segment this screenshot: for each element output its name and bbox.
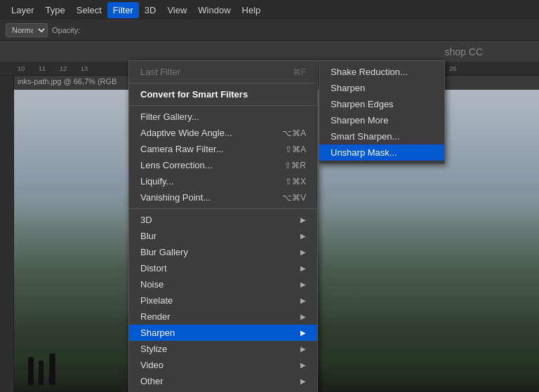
document-label: inks-path.jpg @ 66,7% (RGB [18,77,117,86]
ruler-ticks: 10 11 12 13 20 21 22 23 24 25 26 [0,62,14,75]
sharpen-submenu: Shake Reduction... Sharpen Sharpen Edges… [319,60,445,164]
menu-item-liquify[interactable]: Liquify... ⇧⌘X [129,173,317,189]
ps-title: shop CC [445,46,483,58]
blend-mode-select[interactable]: Normal [6,23,48,37]
submenu-item-sharpen[interactable]: Sharpen [319,80,444,96]
menubar: Layer Type Select Filter 3D View Window … [0,0,539,20]
menu-separator-1 [129,83,317,83]
submenu-item-smart-sharpen[interactable]: Smart Sharpen... [319,128,444,144]
opacity-label: Opacity: [52,26,80,34]
menu-item-stylize[interactable]: Stylize ▶ [129,341,317,357]
menu-item-adaptive-wide[interactable]: Adaptive Wide Angle... ⌥⌘A [129,125,317,141]
submenu-item-unsharp-mask[interactable]: Unsharp Mask... [319,144,444,161]
ruler-tick-26: 26 [449,65,456,72]
menu-item-vanishing-point[interactable]: Vanishing Point... ⌥⌘V [129,189,317,205]
menu-item-render[interactable]: Render ▶ [129,309,317,325]
submenu-item-shake-reduction[interactable]: Shake Reduction... [319,64,444,80]
menubar-item-select[interactable]: Select [71,2,107,18]
silhouette-1 [28,357,34,385]
menu-item-convert-smart[interactable]: Convert for Smart Filters [129,86,317,102]
menu-separator-2 [129,105,317,106]
menu-item-pixelate[interactable]: Pixelate ▶ [129,292,317,309]
ruler-tick-10: 10 [18,65,25,72]
menubar-item-3d[interactable]: 3D [139,2,162,18]
silhouette-2 [39,360,44,385]
menubar-item-window[interactable]: Window [192,2,236,18]
menubar-item-view[interactable]: View [161,2,192,18]
menu-item-3d[interactable]: 3D ▶ [129,212,317,228]
menu-item-camera-raw[interactable]: Camera Raw Filter... ⇧⌘A [129,141,317,157]
submenu-item-sharpen-more[interactable]: Sharpen More [319,112,444,128]
ruler-tick-12: 12 [60,65,67,72]
toolbar: Normal Opacity: [0,20,539,41]
menu-item-lens-correction[interactable]: Lens Correction... ⇧⌘R [129,157,317,173]
menu-item-filter-gallery[interactable]: Filter Gallery... [129,109,317,125]
menu-item-video[interactable]: Video ▶ [129,357,317,373]
menu-item-sharpen[interactable]: Sharpen ▶ [129,325,317,341]
silhouette-3 [49,353,55,385]
menubar-item-filter[interactable]: Filter [107,2,139,18]
menu-item-other[interactable]: Other ▶ [129,373,317,389]
ruler-tick-13: 13 [81,65,88,72]
menu-item-blur[interactable]: Blur ▶ [129,228,317,244]
menu-item-last-filter[interactable]: Last Filter ⌘F [129,64,317,80]
menubar-item-layer[interactable]: Layer [6,2,40,18]
filter-menu: Last Filter ⌘F Convert for Smart Filters… [128,60,318,392]
ruler-vertical [0,76,14,392]
menu-item-blur-gallery[interactable]: Blur Gallery ▶ [129,244,317,260]
ruler-tick-11: 11 [39,65,46,72]
menu-separator-3 [129,208,317,209]
canvas-area: shop CC 10 11 12 13 20 21 22 23 24 25 26… [0,41,539,392]
submenu-item-sharpen-edges[interactable]: Sharpen Edges [319,96,444,112]
menu-item-distort[interactable]: Distort ▶ [129,260,317,276]
menubar-item-type[interactable]: Type [40,2,71,18]
menubar-item-help[interactable]: Help [237,2,267,18]
menu-item-noise[interactable]: Noise ▶ [129,276,317,292]
